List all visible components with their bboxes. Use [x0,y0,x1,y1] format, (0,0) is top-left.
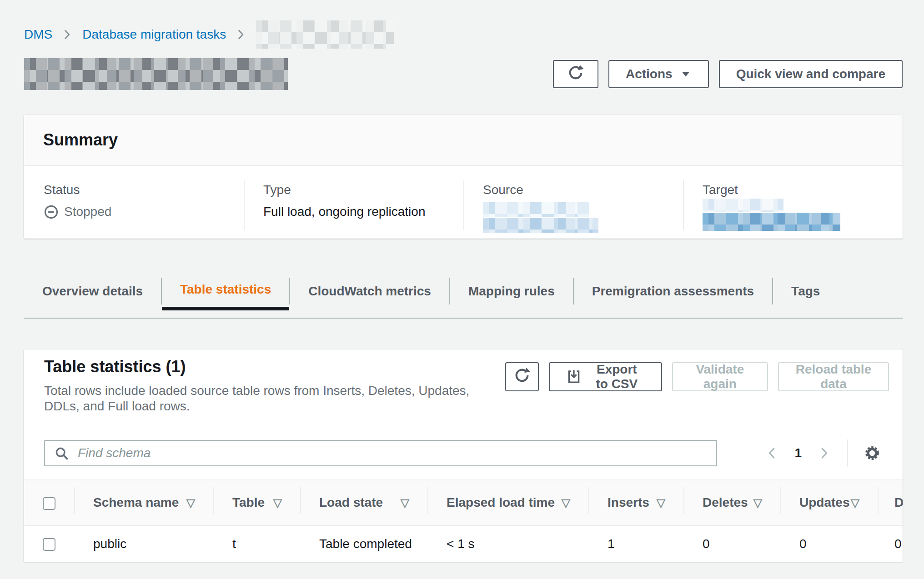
table-toolbar: 1 [44,440,883,466]
breadcrumb-dms-link[interactable]: DMS [24,27,52,42]
find-schema-input[interactable] [44,440,717,466]
stopped-minus-circle-icon [44,205,59,220]
tab-mapping-rules[interactable]: Mapping rules [450,272,573,310]
source-label: Source [483,182,674,198]
row-checkbox[interactable] [43,538,55,551]
export-to-csv-button[interactable]: Export to CSV [549,362,662,391]
sort-icon[interactable]: ▽ [186,497,195,509]
breadcrumb-task-name-redacted [256,20,394,49]
column-header-updates[interactable]: Updates▽ [780,480,878,525]
breadcrumb: DMS Database migration tasks [24,20,903,49]
column-header-inserts[interactable]: Inserts▽ [588,480,683,525]
tab-tags[interactable]: Tags [773,272,838,310]
refresh-icon [513,366,531,388]
sort-icon[interactable]: ▽ [753,497,762,509]
type-value: Full load, ongoing replication [263,204,454,220]
pagination: 1 [763,439,883,467]
current-page-number[interactable]: 1 [794,446,802,460]
summary-field-type: Type Full load, ongoing replication [244,166,463,239]
column-header-ddls[interactable]: DDLs▽ [878,480,903,525]
caret-down-icon [680,68,692,80]
breadcrumb-chevron-icon [61,28,73,41]
chevron-right-icon [817,445,831,461]
summary-card-body: Status Stopped Type Full load, ongoing r… [24,166,903,239]
table-statistics-table: Schema name▽ Table▽ Load state▽ Elapsed … [24,479,903,562]
summary-field-source: Source [463,166,683,239]
cell-updates: 0 [780,525,878,562]
table-statistics-title: Table statistics (1) [44,357,505,377]
task-tabs: Overview details Table statistics CloudW… [24,272,903,319]
sort-icon[interactable]: ▽ [273,497,282,509]
cell-inserts: 1 [588,525,683,562]
tab-list: Overview details Table statistics CloudW… [24,272,903,310]
summary-card: Summary Status Stopped Type Full load, o… [24,115,903,239]
chevron-left-icon [765,445,779,461]
previous-page-button[interactable] [763,445,782,461]
next-page-button[interactable] [814,445,834,461]
tab-premigration-assessments[interactable]: Premigration assessments [574,272,772,310]
quick-view-and-compare-button[interactable]: Quick view and compare [719,60,903,88]
summary-title: Summary [43,130,884,150]
breadcrumb-tasks-link[interactable]: Database migration tasks [82,27,226,42]
table-refresh-button[interactable] [505,362,539,391]
tabs-bottom-rule [24,318,903,319]
table-header-row: Schema name▽ Table▽ Load state▽ Elapsed … [24,480,903,525]
table-row[interactable]: public t Table completed < 1 s 1 0 0 0 [24,525,903,562]
validate-again-button[interactable]: Validate again [672,362,768,391]
column-header-table[interactable]: Table▽ [213,480,300,525]
column-header-schema-name[interactable]: Schema name▽ [74,480,213,525]
sort-icon[interactable]: ▽ [657,497,665,509]
table-scroll-container[interactable]: Schema name▽ Table▽ Load state▽ Elapsed … [24,479,903,562]
table-card-heading-group: Table statistics (1) Total rows include … [44,357,505,414]
actions-button[interactable]: Actions [608,60,709,88]
target-label: Target [703,182,894,198]
page-title-redacted [24,58,288,90]
gear-icon [864,444,881,462]
cell-ddls: 0 [878,525,903,562]
target-value-redacted [703,213,840,231]
sort-icon[interactable]: ▽ [401,497,409,509]
summary-field-target: Target [683,166,903,239]
table-card-actions: Export to CSV Validate again Reload tabl… [505,362,889,391]
page-header: Actions Quick view and compare [24,58,903,90]
table-card-header: Table statistics (1) Total rows include … [24,349,903,414]
sort-icon[interactable]: ▽ [562,497,570,509]
schema-search [44,440,717,466]
sort-icon[interactable]: ▽ [851,497,859,509]
tab-table-statistics[interactable]: Table statistics [162,272,289,310]
table-statistics-description: Total rows include loaded source table r… [44,383,505,414]
page-header-actions: Actions Quick view and compare [553,60,903,88]
refresh-icon [567,64,585,85]
refresh-button[interactable] [553,60,598,88]
download-icon [566,369,582,384]
tab-overview-details[interactable]: Overview details [24,272,161,310]
summary-field-status: Status Stopped [24,166,244,239]
table-settings-button[interactable] [862,443,883,464]
reload-table-data-button[interactable]: Reload table data [778,362,889,391]
table-statistics-card: Table statistics (1) Total rows include … [24,349,903,562]
source-value-redacted [483,202,589,217]
cell-table: t [213,525,300,562]
cell-deletes: 0 [683,525,780,562]
column-header-load-state[interactable]: Load state▽ [300,480,427,525]
breadcrumb-chevron-icon [235,28,247,41]
dms-task-page: DMS Database migration tasks Actions [0,20,924,562]
cell-load-state: Table completed [300,525,427,562]
pagination-divider [847,439,848,467]
type-label: Type [263,182,454,198]
select-all-checkbox[interactable] [43,497,55,510]
target-value-redacted [703,199,783,212]
source-value-redacted [483,218,598,233]
cell-elapsed-load-time: < 1 s [427,525,588,562]
summary-card-header: Summary [24,115,903,166]
tab-cloudwatch-metrics[interactable]: CloudWatch metrics [290,272,449,310]
status-label: Status [44,182,235,198]
column-header-deletes[interactable]: Deletes▽ [683,480,780,525]
column-header-elapsed-load-time[interactable]: Elapsed load time▽ [427,480,588,525]
cell-schema-name: public [74,525,213,562]
status-value: Stopped [44,204,235,220]
